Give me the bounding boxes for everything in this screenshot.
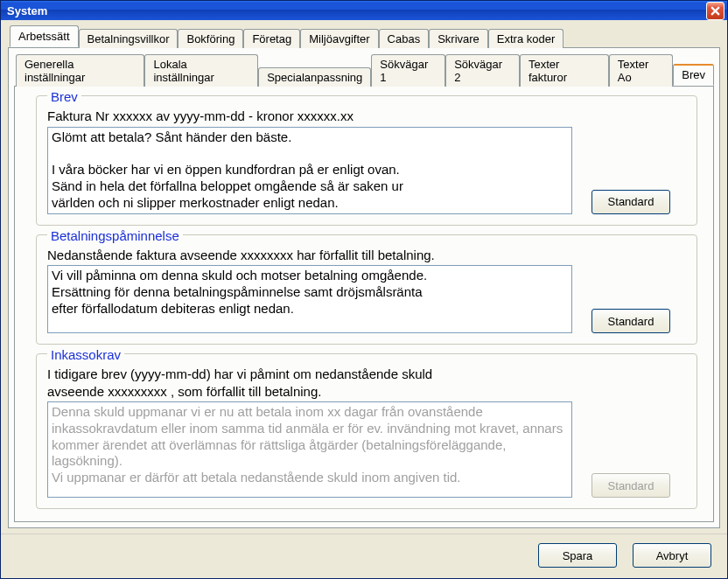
tab-betalningsvillkor[interactable]: Betalningsvillkor (79, 29, 178, 48)
close-button[interactable] (706, 2, 724, 20)
inkasso-textarea[interactable] (47, 401, 572, 498)
window-title: System (7, 4, 706, 17)
paminnelse-textarea[interactable] (47, 265, 572, 333)
tab-brev[interactable]: Brev (673, 64, 714, 86)
tab-special[interactable]: Specialanpassning (258, 67, 371, 87)
tab-skrivare[interactable]: Skrivare (429, 29, 488, 48)
inner-tab-row: Generella inställningar Lokala inställni… (14, 53, 714, 87)
tab-cabas[interactable]: Cabas (379, 29, 430, 48)
tab-lokala[interactable]: Lokala inställningar (144, 54, 258, 87)
legend-brev: Brev (47, 89, 81, 104)
fieldset-brev: Brev Faktura Nr xxxxxx av yyyy-mm-dd - k… (36, 95, 697, 225)
tab-texter-ao[interactable]: Texter Ao (609, 54, 673, 87)
tab-arbetssatt[interactable]: Arbetssätt (10, 25, 79, 47)
dialog-window: System Arbetssätt Betalningsvillkor Bokf… (0, 0, 728, 579)
tab-generella[interactable]: Generella inställningar (16, 54, 144, 87)
save-button[interactable]: Spara (538, 543, 617, 568)
legend-paminnelse: Betalningspåminnelse (47, 228, 183, 243)
outer-tab-panel: Generella inställningar Lokala inställni… (8, 48, 720, 528)
tab-bokforing[interactable]: Bokföring (178, 29, 243, 48)
inkasso-standard-button: Standard (592, 473, 670, 498)
content-area: Arbetssätt Betalningsvillkor Bokföring F… (1, 20, 727, 534)
tab-sokvagar1[interactable]: Sökvägar 1 (371, 54, 445, 87)
dialog-footer: Spara Avbryt (1, 534, 727, 578)
tab-sokvagar2[interactable]: Sökvägar 2 (445, 54, 520, 87)
outer-tab-row: Arbetssätt Betalningsvillkor Bokföring F… (8, 25, 720, 48)
inkasso-subtitle: I tidigare brev (yyyy-mm-dd) har vi påmi… (47, 366, 686, 400)
cancel-button[interactable]: Avbryt (633, 543, 711, 568)
fieldset-inkasso: Inkassokrav I tidigare brev (yyyy-mm-dd)… (36, 353, 697, 509)
paminnelse-standard-button[interactable]: Standard (592, 309, 670, 333)
tab-foretag[interactable]: Företag (243, 29, 300, 48)
tab-texter-fakturor[interactable]: Texter fakturor (520, 54, 609, 87)
brev-textarea[interactable] (47, 127, 572, 214)
brev-standard-button[interactable]: Standard (592, 190, 670, 214)
titlebar: System (1, 1, 727, 20)
close-icon (710, 6, 720, 16)
fieldset-paminnelse: Betalningspåminnelse Nedanstående faktur… (36, 234, 697, 345)
brev-subtitle: Faktura Nr xxxxxx av yyyy-mm-dd - kronor… (47, 108, 686, 125)
tab-miljoavgifter[interactable]: Miljöavgifter (300, 29, 378, 48)
tab-extra-koder[interactable]: Extra koder (488, 29, 564, 48)
inner-tab-panel: Brev Faktura Nr xxxxxx av yyyy-mm-dd - k… (14, 87, 714, 522)
legend-inkasso: Inkassokrav (47, 347, 124, 362)
paminnelse-subtitle: Nedanstående faktura avseende xxxxxxxx h… (47, 247, 686, 264)
